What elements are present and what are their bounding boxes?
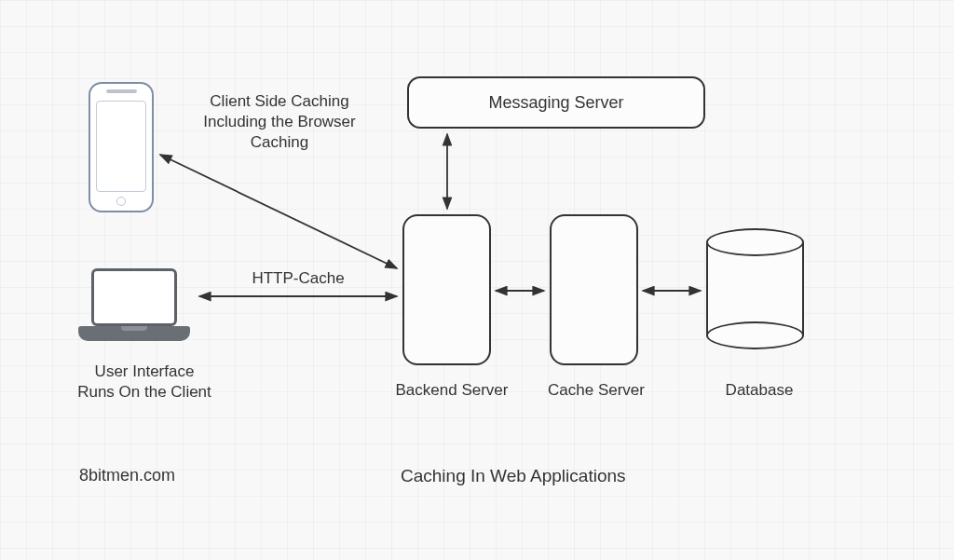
database-label: Database (708, 380, 811, 401)
cache-server-node (550, 214, 638, 365)
database-top-ellipse-icon (706, 228, 804, 256)
cache-server-label: Cache Server (536, 380, 657, 401)
laptop-notch-icon (121, 326, 147, 331)
laptop-screen-icon (91, 268, 177, 326)
client-ui-label: User Interface Runs On the Client (56, 362, 233, 403)
phone-device-icon (89, 82, 154, 212)
laptop-device-icon (78, 268, 190, 350)
phone-home-button-icon (116, 197, 126, 206)
backend-server-node (402, 214, 491, 365)
arrow-phone-backend (160, 155, 397, 268)
attribution-text: 8bitmen.com (79, 466, 175, 485)
client-side-caching-annotation: Client Side Caching Including the Browse… (177, 91, 382, 153)
http-cache-annotation: HTTP-Cache (233, 268, 363, 289)
database-node (706, 228, 804, 349)
diagram-title: Caching In Web Applications (401, 466, 626, 486)
messaging-server-node: Messaging Server (407, 76, 705, 129)
database-bottom-ellipse-icon (706, 321, 804, 349)
backend-server-label: Backend Server (387, 380, 517, 401)
